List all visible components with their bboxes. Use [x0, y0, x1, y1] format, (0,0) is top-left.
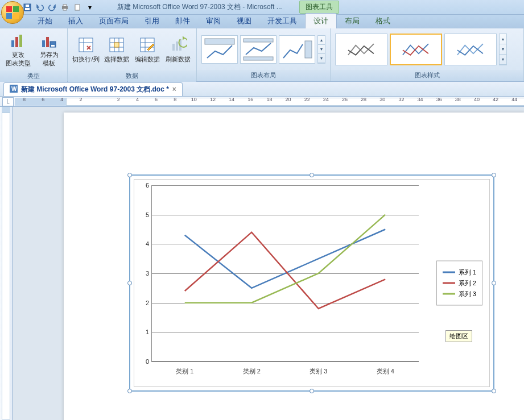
window-title: 新建 Microsoft Office Word 97-2003 文档 - Mi…: [117, 2, 282, 12]
tab-view[interactable]: 视图: [229, 14, 259, 28]
select-data-button[interactable]: 选择数据: [103, 31, 130, 68]
tab-mail[interactable]: 邮件: [167, 14, 198, 28]
resize-handle-bl[interactable]: [127, 389, 132, 393]
quick-access-toolbar: ▾: [23, 3, 94, 12]
change-chart-type-label: 更改 图表类型: [6, 51, 31, 68]
group-data: 切换行/列 选择数据 编辑数据 刷新数据 数据: [68, 28, 197, 81]
chart-lines: [151, 185, 419, 361]
resize-handle-tr[interactable]: [492, 173, 496, 177]
group-data-label: 数据: [68, 70, 196, 82]
close-tab-icon[interactable]: ×: [172, 85, 176, 93]
layout-gallery-item-1[interactable]: [201, 35, 238, 64]
style-gallery-item-3[interactable]: [444, 34, 497, 65]
change-chart-type-button[interactable]: 更改 图表类型: [5, 31, 32, 68]
office-button[interactable]: [1, 1, 24, 24]
svg-rect-2: [26, 5, 29, 7]
switch-row-col-label: 切换行/列: [72, 55, 99, 64]
document-tab-label: 新建 Microsoft Office Word 97-2003 文档.doc …: [21, 85, 169, 94]
svg-rect-28: [176, 41, 178, 51]
word-doc-icon: W: [10, 85, 18, 94]
tab-design[interactable]: 设计: [305, 13, 337, 28]
chart-area[interactable]: 0123456 类别 1类别 2类别 3类别 4 系列 1系列 2系列 3 绘图…: [134, 179, 490, 387]
resize-handle-ml[interactable]: [127, 281, 132, 285]
resize-handle-br[interactable]: [492, 389, 496, 393]
redo-icon[interactable]: [48, 3, 57, 12]
refresh-data-label: 刷新数据: [166, 55, 191, 64]
style-gallery-item-1[interactable]: [335, 34, 387, 65]
ribbon-tabs: 开始 插入 页面布局 引用 邮件 审阅 视图 开发工具 设计 布局 格式: [0, 15, 524, 28]
new-icon[interactable]: [73, 3, 82, 12]
group-chart-style: ▴▾▾ 图表样式: [331, 28, 524, 81]
svg-rect-32: [244, 57, 273, 60]
resize-handle-tl[interactable]: [127, 173, 132, 177]
svg-rect-10: [42, 40, 45, 47]
svg-rect-1: [25, 8, 30, 10]
refresh-data-button[interactable]: 刷新数据: [164, 31, 192, 68]
edit-data-button[interactable]: 编辑数据: [134, 31, 161, 68]
svg-rect-31: [244, 39, 273, 42]
undo-icon[interactable]: [35, 3, 44, 12]
y-axis: 0123456: [140, 185, 150, 361]
layout-gallery-scroll[interactable]: ▴▾▾: [317, 35, 325, 64]
page-area[interactable]: 0123456 类别 1类别 2类别 3类别 4 系列 1系列 2系列 3 绘图…: [13, 107, 524, 420]
svg-rect-14: [79, 38, 93, 52]
context-tab-title: 图表工具: [299, 1, 339, 14]
group-chart-style-label: 图表样式: [331, 70, 523, 81]
tab-page-layout[interactable]: 页面布局: [91, 14, 137, 28]
x-axis: 类别 1类别 2类别 3类别 4: [151, 367, 419, 376]
tab-insert[interactable]: 插入: [60, 14, 91, 28]
svg-rect-22: [114, 43, 119, 47]
svg-rect-7: [11, 40, 14, 47]
chart-object[interactable]: 0123456 类别 1类别 2类别 3类别 4 系列 1系列 2系列 3 绘图…: [130, 175, 494, 391]
document-tab-bar: W 新建 Microsoft Office Word 97-2003 文档.do…: [0, 82, 524, 97]
resize-handle-bm[interactable]: [310, 389, 314, 393]
tab-layout[interactable]: 布局: [337, 14, 368, 28]
edit-data-label: 编辑数据: [135, 55, 160, 64]
tab-format[interactable]: 格式: [368, 14, 398, 28]
document-tab[interactable]: W 新建 Microsoft Office Word 97-2003 文档.do…: [3, 82, 183, 96]
svg-rect-11: [46, 37, 49, 47]
group-chart-layout-label: 图表布局: [197, 70, 330, 81]
svg-rect-4: [63, 5, 67, 6]
tab-developer[interactable]: 开发工具: [259, 14, 305, 28]
save-as-template-button[interactable]: 另存为 模板: [35, 31, 63, 68]
print-icon[interactable]: [60, 3, 69, 12]
workspace: 0123456 类别 1类别 2类别 3类别 4 系列 1系列 2系列 3 绘图…: [0, 107, 524, 420]
group-chart-layout: ▴▾▾ 图表布局: [197, 28, 331, 81]
plot-area-tooltip: 绘图区: [445, 330, 472, 342]
horizontal-ruler[interactable]: L 86422468101214161820222426283032343638…: [0, 97, 524, 107]
save-icon[interactable]: [23, 3, 32, 12]
svg-rect-9: [19, 35, 22, 47]
tab-home[interactable]: 开始: [30, 14, 60, 28]
group-type-label: 类型: [0, 70, 67, 82]
tab-references[interactable]: 引用: [137, 14, 167, 28]
qat-dropdown-icon[interactable]: ▾: [85, 3, 94, 12]
ribbon: 更改 图表类型 另存为 模板 类型 切换行/列 选择数据 编辑数据: [0, 28, 524, 82]
plot-area[interactable]: 0123456 类别 1类别 2类别 3类别 4: [151, 185, 419, 361]
svg-rect-30: [205, 39, 234, 44]
style-gallery-scroll[interactable]: ▴▾▾: [499, 34, 507, 65]
resize-handle-mr[interactable]: [492, 281, 496, 285]
vertical-ruler[interactable]: [0, 107, 13, 420]
resize-handle-tm[interactable]: [310, 173, 314, 177]
select-data-label: 选择数据: [104, 55, 129, 64]
switch-row-col-button[interactable]: 切换行/列: [72, 31, 100, 68]
tab-review[interactable]: 审阅: [198, 14, 229, 28]
svg-rect-33: [305, 41, 312, 58]
svg-rect-13: [51, 45, 55, 47]
layout-gallery-item-3[interactable]: [279, 35, 315, 64]
group-type: 更改 图表类型 另存为 模板 类型: [0, 28, 68, 81]
style-gallery-item-2[interactable]: [390, 34, 442, 65]
titlebar: ▾ 新建 Microsoft Office Word 97-2003 文档 - …: [0, 0, 524, 15]
ruler-tick-labels: 8642246810121416182022242628303234363840…: [15, 97, 524, 102]
svg-rect-8: [15, 37, 18, 47]
legend[interactable]: 系列 1系列 2系列 3: [436, 261, 482, 306]
layout-gallery-item-2[interactable]: [240, 35, 277, 64]
svg-rect-6: [75, 5, 80, 10]
tab-selector[interactable]: L: [2, 97, 14, 106]
svg-text:W: W: [11, 86, 17, 92]
page: 0123456 类别 1类别 2类别 3类别 4 系列 1系列 2系列 3 绘图…: [64, 113, 524, 420]
svg-rect-5: [63, 9, 67, 10]
save-as-template-label: 另存为 模板: [40, 51, 59, 68]
svg-rect-27: [172, 44, 175, 51]
